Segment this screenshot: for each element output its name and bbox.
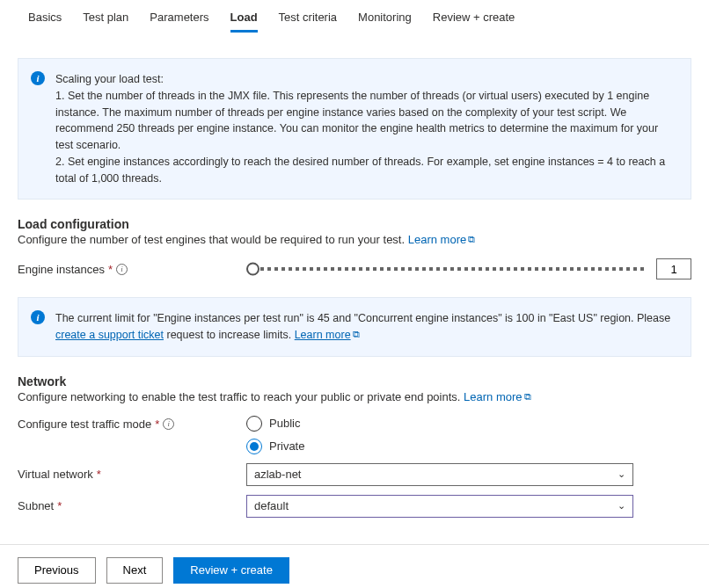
next-button[interactable]: Next: [106, 557, 164, 584]
slider-track: [253, 267, 644, 271]
info-scaling-title: Scaling your load test:: [55, 71, 676, 88]
help-icon[interactable]: i: [163, 418, 174, 430]
tab-basics[interactable]: Basics: [18, 4, 72, 33]
help-icon[interactable]: i: [116, 264, 128, 275]
load-config-title: Load configuration: [18, 217, 691, 231]
traffic-mode-private-radio[interactable]: Private: [246, 439, 691, 454]
load-config-desc: Configure the number of test engines tha…: [18, 233, 691, 246]
required-icon: *: [155, 417, 159, 431]
subnet-label: Subnet: [18, 499, 54, 512]
chevron-down-icon: ⌄: [618, 500, 625, 512]
load-config-learn-more-link[interactable]: Learn more⧉: [408, 233, 475, 246]
engine-instances-slider[interactable]: [246, 262, 644, 276]
slider-thumb[interactable]: [246, 263, 259, 276]
subnet-select[interactable]: default ⌄: [246, 495, 633, 518]
tab-test-criteria[interactable]: Test criteria: [268, 4, 347, 33]
tab-load[interactable]: Load: [220, 4, 268, 33]
external-link-icon: ⧉: [353, 327, 360, 342]
info-box-limits: i The current limit for "Engine instance…: [18, 297, 691, 357]
required-icon: *: [57, 499, 62, 512]
tab-review-create[interactable]: Review + create: [422, 4, 526, 33]
network-desc: Configure networking to enable the test …: [18, 390, 691, 403]
required-icon: *: [108, 263, 113, 276]
tab-parameters[interactable]: Parameters: [139, 4, 219, 33]
create-support-ticket-link[interactable]: create a support ticket: [55, 329, 164, 341]
info-icon: i: [31, 71, 45, 85]
info-scaling-line1: 1. Set the number of threads in the JMX …: [55, 88, 676, 154]
tab-bar: Basics Test plan Parameters Load Test cr…: [0, 0, 709, 33]
info-box-scaling: i Scaling your load test: 1. Set the num…: [18, 58, 691, 200]
tab-test-plan[interactable]: Test plan: [72, 4, 139, 33]
radio-icon: [246, 439, 262, 454]
engine-instances-label: Engine instances: [18, 263, 105, 276]
network-learn-more-link[interactable]: Learn more⧉: [464, 390, 530, 403]
limits-learn-more-link[interactable]: Learn more⧉: [295, 329, 360, 341]
traffic-mode-label: Configure test traffic mode: [18, 417, 151, 431]
external-link-icon: ⧉: [468, 234, 475, 245]
tab-monitoring[interactable]: Monitoring: [347, 4, 422, 33]
vnet-select[interactable]: azlab-net ⌄: [246, 463, 633, 486]
external-link-icon: ⧉: [524, 391, 531, 403]
previous-button[interactable]: Previous: [18, 557, 96, 584]
traffic-mode-public-radio[interactable]: Public: [246, 416, 691, 432]
info-limit-text: The current limit for "Engine instances …: [55, 312, 670, 324]
vnet-label: Virtual network: [18, 468, 93, 481]
footer-bar: Previous Next Review + create: [0, 544, 709, 588]
info-icon: i: [31, 310, 45, 324]
engine-instances-input[interactable]: [656, 258, 691, 279]
chevron-down-icon: ⌄: [618, 468, 625, 480]
required-icon: *: [97, 468, 101, 481]
radio-icon: [246, 416, 262, 432]
info-scaling-line2: 2. Set engine instances accordingly to r…: [55, 154, 676, 187]
network-title: Network: [18, 374, 691, 388]
review-create-button[interactable]: Review + create: [173, 557, 289, 584]
